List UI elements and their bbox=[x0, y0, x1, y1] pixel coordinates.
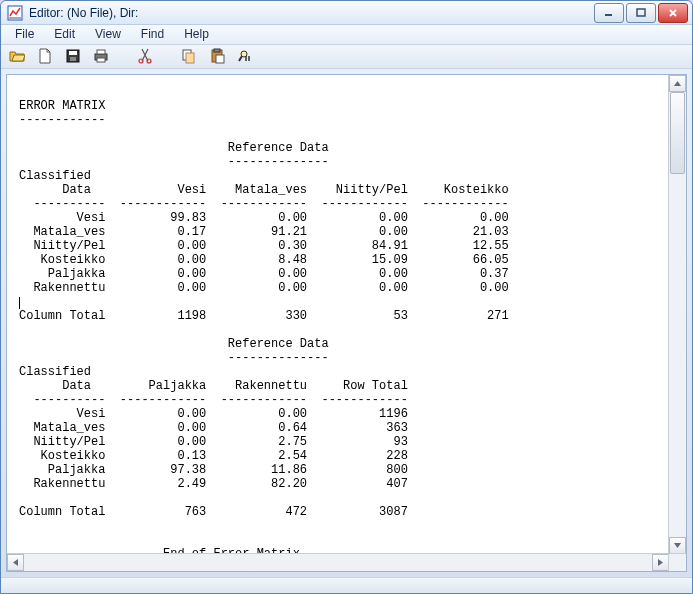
scroll-left-icon[interactable] bbox=[7, 554, 24, 571]
open-icon[interactable] bbox=[7, 46, 27, 66]
find-icon[interactable] bbox=[235, 46, 255, 66]
window-title: Editor: (No File), Dir: bbox=[29, 6, 594, 20]
editor-area[interactable]: ERROR MATRIX ------------ Reference Data… bbox=[7, 75, 686, 571]
paste-icon[interactable] bbox=[207, 46, 227, 66]
maximize-button[interactable] bbox=[626, 3, 656, 23]
save-icon[interactable] bbox=[63, 46, 83, 66]
cut-icon[interactable] bbox=[135, 46, 155, 66]
vertical-scrollbar[interactable] bbox=[668, 75, 686, 554]
print-icon[interactable] bbox=[91, 46, 111, 66]
editor-window: Editor: (No File), Dir: File Edit View F… bbox=[0, 0, 693, 594]
scroll-up-icon[interactable] bbox=[669, 75, 686, 92]
scroll-right-icon[interactable] bbox=[652, 554, 669, 571]
app-icon bbox=[7, 5, 23, 21]
svg-rect-14 bbox=[216, 55, 224, 63]
svg-rect-1 bbox=[637, 9, 645, 16]
minimize-button[interactable] bbox=[594, 3, 624, 23]
scroll-thumb[interactable] bbox=[670, 92, 685, 174]
menu-help[interactable]: Help bbox=[174, 25, 219, 43]
horizontal-scrollbar[interactable] bbox=[7, 553, 669, 571]
close-button[interactable] bbox=[658, 3, 688, 23]
titlebar: Editor: (No File), Dir: bbox=[1, 1, 692, 25]
svg-rect-4 bbox=[70, 57, 76, 61]
statusbar bbox=[1, 577, 692, 593]
svg-rect-3 bbox=[69, 51, 77, 55]
menu-file[interactable]: File bbox=[5, 25, 44, 43]
svg-rect-6 bbox=[97, 50, 105, 54]
scroll-track[interactable] bbox=[669, 92, 686, 537]
menu-edit[interactable]: Edit bbox=[44, 25, 85, 43]
scroll-down-icon[interactable] bbox=[669, 537, 686, 554]
new-icon[interactable] bbox=[35, 46, 55, 66]
svg-rect-7 bbox=[97, 58, 105, 62]
svg-rect-11 bbox=[186, 53, 194, 63]
window-buttons bbox=[594, 3, 688, 23]
menu-view[interactable]: View bbox=[85, 25, 131, 43]
menu-find[interactable]: Find bbox=[131, 25, 174, 43]
copy-icon[interactable] bbox=[179, 46, 199, 66]
toolbar bbox=[1, 45, 692, 69]
editor-text[interactable]: ERROR MATRIX ------------ Reference Data… bbox=[19, 85, 674, 561]
scroll-corner bbox=[668, 553, 686, 571]
svg-rect-13 bbox=[214, 49, 220, 52]
content-frame: ERROR MATRIX ------------ Reference Data… bbox=[6, 74, 687, 572]
menubar: File Edit View Find Help bbox=[1, 25, 692, 44]
